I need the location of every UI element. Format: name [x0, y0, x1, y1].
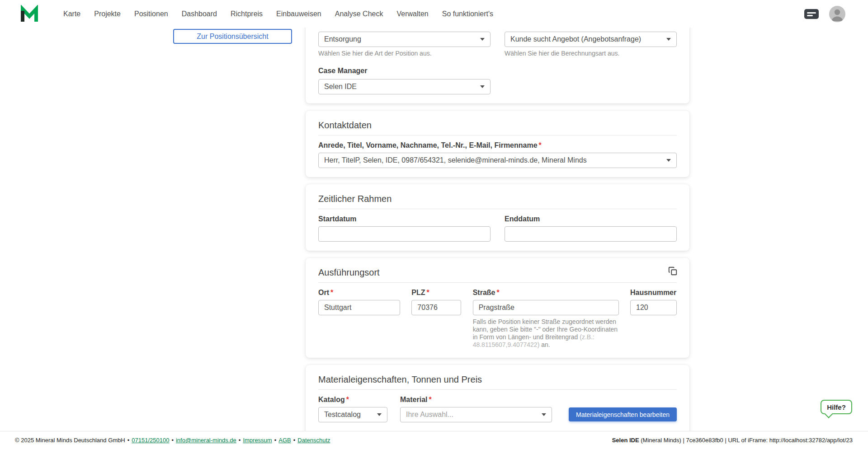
required-asterisk: * — [330, 289, 333, 296]
required-asterisk: * — [539, 141, 542, 149]
startdatum-input[interactable] — [318, 226, 491, 242]
card-ausfuehrungsort: Ausführungsort Ort* PLZ* Straße* — [306, 258, 689, 358]
divider — [318, 209, 677, 209]
nav-item-positionen[interactable]: Positionen — [134, 10, 168, 18]
required-asterisk: * — [496, 289, 499, 296]
app-header: Karte Projekte Positionen Dashboard Rich… — [0, 0, 868, 28]
required-asterisk: * — [346, 396, 349, 403]
strasse-help: Falls die Position keiner Straße zugeord… — [473, 318, 619, 349]
startdatum-label: Startdatum — [318, 215, 491, 224]
hausnummer-label: Hausnummer — [630, 288, 677, 297]
copyright-text: © 2025 Mineral Minds Deutschland GmbH — [15, 437, 125, 444]
chevron-down-icon — [666, 159, 671, 162]
card-kontaktdaten: Kontaktdaten Anrede, Titel, Vorname, Nac… — [306, 111, 689, 177]
footer-left: © 2025 Mineral Minds Deutschland GmbH • … — [15, 437, 330, 444]
nav-item-dashboard[interactable]: Dashboard — [182, 10, 217, 18]
back-to-positions-button[interactable]: Zur Positionsübersicht — [173, 29, 292, 44]
terminal-icon[interactable] — [804, 8, 819, 20]
mineral-minds-logo[interactable] — [20, 5, 40, 23]
chevron-down-icon — [542, 413, 546, 416]
chevron-down-icon — [480, 38, 485, 41]
chevron-down-icon — [480, 85, 485, 88]
divider — [318, 389, 677, 390]
footer-agb-link[interactable]: AGB — [278, 437, 291, 444]
main-nav: Karte Projekte Positionen Dashboard Rich… — [63, 10, 493, 18]
position-type-select[interactable]: Entsorgung — [318, 32, 491, 47]
strasse-input[interactable] — [473, 300, 619, 315]
enddatum-input[interactable] — [505, 226, 677, 242]
case-manager-select[interactable]: Selen IDE — [318, 79, 491, 94]
strasse-label: Straße* — [473, 288, 619, 297]
contact-select-value: Herr, TitelP, Selen, IDE, 0987/654321, s… — [324, 156, 587, 164]
contact-select[interactable]: Herr, TitelP, Selen, IDE, 0987/654321, s… — [318, 153, 677, 168]
ort-input[interactable] — [318, 300, 400, 315]
contact-field-label: Anrede, Titel, Vorname, Nachname, Tel.-N… — [318, 141, 677, 150]
card-title-material: Materialeigenschaften, Tonnen und Preis — [318, 374, 677, 385]
required-asterisk: * — [427, 289, 429, 296]
separator-dot: • — [274, 437, 277, 444]
plz-input[interactable] — [411, 300, 461, 315]
required-asterisk: * — [429, 396, 431, 403]
nav-item-karte[interactable]: Karte — [63, 10, 80, 18]
enddatum-label: Enddatum — [505, 215, 677, 224]
card-title-ausfuehrungsort: Ausführungsort — [318, 267, 677, 278]
katalog-label: Katalog* — [318, 395, 387, 404]
card-title-kontaktdaten: Kontaktdaten — [318, 120, 677, 131]
case-manager-label: Case Manager — [318, 66, 677, 75]
footer-impressum-link[interactable]: Impressum — [243, 437, 272, 444]
card-title-zeitlicher-rahmen: Zeitlicher Rahmen — [318, 193, 677, 204]
app-footer: © 2025 Mineral Minds Deutschland GmbH • … — [0, 431, 868, 449]
footer-phone-link[interactable]: 07151/250100 — [132, 437, 169, 444]
position-type-help: Wählen Sie hier die Art der Position aus… — [318, 50, 491, 57]
nav-item-einbauweisen[interactable]: Einbauweisen — [276, 10, 321, 18]
case-manager-value: Selen IDE — [324, 83, 357, 91]
user-avatar-icon[interactable] — [829, 6, 845, 22]
chevron-down-icon — [666, 38, 671, 41]
calculation-type-value: Kunde sucht Angebot (Angebotsanfrage) — [510, 35, 641, 43]
edit-material-properties-button[interactable]: Materialeigenschaften bearbeiten — [569, 407, 677, 421]
material-label: Material* — [400, 395, 552, 404]
hausnummer-input[interactable] — [630, 300, 677, 315]
katalog-select[interactable]: Testcatalog — [318, 407, 387, 422]
nav-item-so-funktionierts[interactable]: So funktioniert's — [442, 10, 493, 18]
calculation-type-help: Wählen Sie hier die Berechnungsart aus. — [505, 50, 677, 57]
footer-email-link[interactable]: info@mineral-minds.de — [176, 437, 236, 444]
divider — [318, 135, 677, 136]
chevron-down-icon — [377, 413, 382, 416]
separator-dot: • — [171, 437, 174, 444]
nav-item-verwalten[interactable]: Verwalten — [396, 10, 428, 18]
katalog-value: Testcatalog — [324, 411, 361, 419]
footer-datenschutz-link[interactable]: Datenschutz — [297, 437, 330, 444]
material-placeholder: Ihre Auswahl... — [406, 411, 453, 419]
copy-icon[interactable] — [668, 266, 678, 278]
card-zeitlicher-rahmen: Zeitlicher Rahmen Startdatum Enddatum — [306, 184, 689, 251]
calculation-type-select[interactable]: Kunde sucht Angebot (Angebotsanfrage) — [505, 32, 677, 47]
ort-label: Ort* — [318, 288, 400, 297]
position-type-value: Entsorgung — [324, 35, 361, 43]
footer-session-info: Selen IDE (Mineral Minds) | 7ce360e83fb0… — [612, 437, 853, 444]
help-button[interactable]: Hilfe? — [821, 400, 852, 414]
plz-label: PLZ* — [411, 288, 461, 297]
form-column: Entsorgung Wählen Sie hier die Art der P… — [306, 0, 689, 449]
separator-dot: • — [127, 437, 130, 444]
separator-dot: • — [293, 437, 296, 444]
nav-item-analyse-check[interactable]: Analyse Check — [335, 10, 383, 18]
nav-item-projekte[interactable]: Projekte — [94, 10, 121, 18]
separator-dot: • — [239, 437, 241, 444]
material-select[interactable]: Ihre Auswahl... — [400, 407, 552, 422]
divider — [318, 282, 677, 283]
nav-item-richtpreis[interactable]: Richtpreis — [231, 10, 263, 18]
